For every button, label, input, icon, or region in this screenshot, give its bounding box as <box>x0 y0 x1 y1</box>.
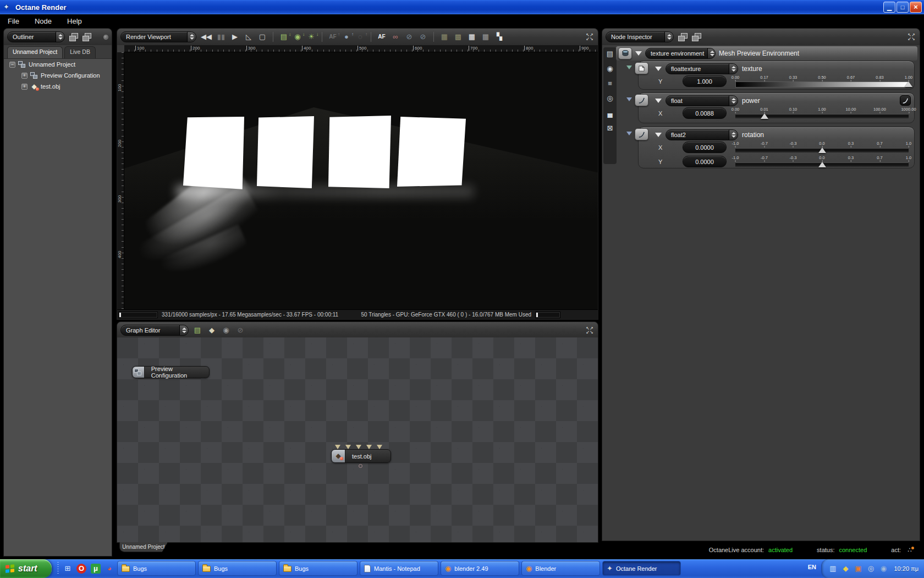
preview-configuration-node[interactable]: Preview Configuration <box>132 366 210 378</box>
material-preview-icon[interactable]: ◎ <box>606 94 614 103</box>
floattexture-node-icon[interactable] <box>635 62 648 74</box>
texture-slider[interactable]: 0.000.170.330.500.670.831.00 <box>735 75 909 88</box>
taskbar-button-bugs[interactable]: Bugs <box>117 561 196 576</box>
tree-item-unnamed-project[interactable]: −Unnamed Project <box>4 59 112 70</box>
node-type-dropdown[interactable]: texture environment <box>645 48 716 59</box>
float-node-icon[interactable] <box>635 94 648 106</box>
new-window-icon[interactable] <box>678 33 688 41</box>
rotation-y-slider[interactable]: -1.0-0.7-0.30.00.30.71.0 <box>735 155 909 168</box>
sphere-disabled-icon[interactable]: ⊘ <box>405 32 414 42</box>
duplicate-window-icon[interactable] <box>82 33 91 41</box>
region-render-icon[interactable]: ▢ <box>258 32 267 42</box>
camera-preview-icon[interactable]: ◉ <box>606 64 614 74</box>
load-render-state-icon[interactable]: ● <box>342 32 351 42</box>
taskbar-button-bugs[interactable]: Bugs <box>279 561 358 576</box>
input-pin[interactable] <box>335 445 340 449</box>
collapse-caret-icon[interactable] <box>655 133 662 137</box>
input-pin[interactable] <box>366 445 372 449</box>
opera-icon[interactable]: O <box>76 564 86 574</box>
alpha-shadows-icon[interactable]: ▩ <box>454 32 463 42</box>
value-field[interactable]: 1.000 <box>683 75 727 87</box>
selector-spinner-icon[interactable] <box>729 96 738 106</box>
menu-item-help[interactable]: Help <box>59 15 90 27</box>
taskbar-button-bugs[interactable]: Bugs <box>198 561 277 576</box>
selector-spinner-icon[interactable] <box>729 130 738 140</box>
autofocus-icon[interactable]: AF <box>377 32 386 42</box>
node-graph-canvas[interactable]: Preview Configuration ◆ test.obj <box>117 337 598 542</box>
tray-app-icon[interactable]: ▣ <box>854 564 862 574</box>
slider-track[interactable] <box>735 81 909 88</box>
checker-bw-icon[interactable]: ▚ <box>495 32 504 42</box>
slider-handle[interactable] <box>905 81 912 87</box>
maximize-button[interactable]: □ <box>897 2 909 13</box>
save-lighting-icon[interactable]: ☀ <box>307 32 316 42</box>
record-icon[interactable] <box>103 35 108 40</box>
texture-environment-node-icon[interactable] <box>618 47 632 59</box>
pause-render-icon[interactable]: ▮▮ <box>217 32 226 42</box>
start-button[interactable]: start <box>0 559 52 578</box>
test-obj-node[interactable]: ◆ test.obj <box>331 449 391 463</box>
menu-item-node[interactable]: Node <box>27 15 59 27</box>
selector-spinner-icon[interactable] <box>56 32 64 42</box>
no-preview-icon[interactable]: ⊠ <box>606 123 614 133</box>
render-preview-icon[interactable]: ▤ <box>606 49 614 59</box>
taskbar-button-blender[interactable]: ◉Blender <box>521 561 600 576</box>
viewport-selector[interactable]: Render Viewport <box>120 31 196 42</box>
tree-item-preview-configuration[interactable]: +Preview Configuration <box>4 70 112 81</box>
load-af-icon[interactable]: AF <box>328 32 337 42</box>
layers-icon[interactable]: ≡ <box>606 79 614 89</box>
value-field[interactable]: 0.0000 <box>683 141 727 153</box>
param-type-dropdown[interactable]: floattexture <box>666 63 738 74</box>
value-field[interactable]: 0.0088 <box>683 107 727 119</box>
disabled-ball-icon[interactable]: ⊘ <box>236 325 245 335</box>
tray-octane-icon[interactable]: ◉ <box>879 564 888 574</box>
duplicate-window-icon[interactable] <box>692 33 701 41</box>
collapse-caret-icon[interactable] <box>655 67 662 71</box>
selector-spinner-icon[interactable] <box>179 325 188 335</box>
graph-project-tab[interactable]: Unnamed Project <box>119 542 168 552</box>
slider-handle[interactable] <box>818 162 826 167</box>
selector-spinner-icon[interactable] <box>664 32 673 42</box>
language-indicator[interactable]: EN <box>808 564 816 570</box>
checker-white-icon[interactable]: ▦ <box>468 32 476 42</box>
tree-expander-icon[interactable]: + <box>21 73 28 79</box>
tree-expander-icon[interactable]: + <box>21 84 28 90</box>
save-image-icon[interactable]: ▤ <box>193 325 202 335</box>
tray-update-icon[interactable]: ◎ <box>866 564 875 574</box>
collapse-caret-icon[interactable] <box>635 51 642 56</box>
tab-live-db[interactable]: Live DB <box>64 46 96 58</box>
close-button[interactable]: × <box>910 2 922 13</box>
output-pin[interactable] <box>359 464 362 468</box>
selector-spinner-icon[interactable] <box>707 48 715 58</box>
selector-spinner-icon[interactable] <box>729 64 738 74</box>
taskbar-button-blender-2-49[interactable]: ◉blender 2.49 <box>441 561 519 576</box>
param-type-dropdown[interactable]: float2 <box>666 129 738 140</box>
histogram-icon[interactable]: ▄ <box>606 108 614 118</box>
tree-expander-icon[interactable]: − <box>9 62 15 68</box>
tree-item-test-obj[interactable]: +◆test.obj <box>4 81 112 92</box>
input-pin[interactable] <box>356 445 361 449</box>
minimize-button[interactable]: ▁ <box>883 2 895 13</box>
clock[interactable]: 10:20 πμ <box>894 565 919 572</box>
selector-spinner-icon[interactable] <box>187 32 196 42</box>
tray-shield-icon[interactable]: ◆ <box>841 564 850 574</box>
input-pin[interactable] <box>345 445 351 449</box>
save-render-state-icon[interactable]: ◉ <box>293 32 302 42</box>
quick-launch-app4-icon[interactable]: ◕ <box>105 564 114 574</box>
slider-handle[interactable] <box>761 113 768 119</box>
inspector-selector[interactable]: Node Inspector <box>606 31 674 42</box>
play-render-icon[interactable]: ▶ <box>230 32 239 42</box>
stereo-glasses-icon[interactable]: ∞ <box>391 32 400 42</box>
outliner-selector[interactable]: Outliner <box>7 31 65 42</box>
material-ball-icon[interactable]: ◉ <box>222 325 230 335</box>
new-window-icon[interactable] <box>69 33 78 41</box>
expand-panel-icon[interactable]: ↖↗ ↙↘ <box>906 33 916 41</box>
menu-item-file[interactable]: File <box>0 15 27 27</box>
restart-render-icon[interactable]: ◀◀ <box>201 32 212 42</box>
taskbar-button-mantis-notepad[interactable]: Mantis - Notepad <box>360 561 438 576</box>
power-slider[interactable]: 0.000.010.101.0010.00100.001000.00 <box>735 107 909 120</box>
float2-node-icon[interactable] <box>635 128 648 140</box>
pick-focus-icon[interactable]: ◌ <box>356 32 365 42</box>
input-pin[interactable] <box>377 445 382 449</box>
checker-gray-icon[interactable]: ▦ <box>481 32 490 42</box>
